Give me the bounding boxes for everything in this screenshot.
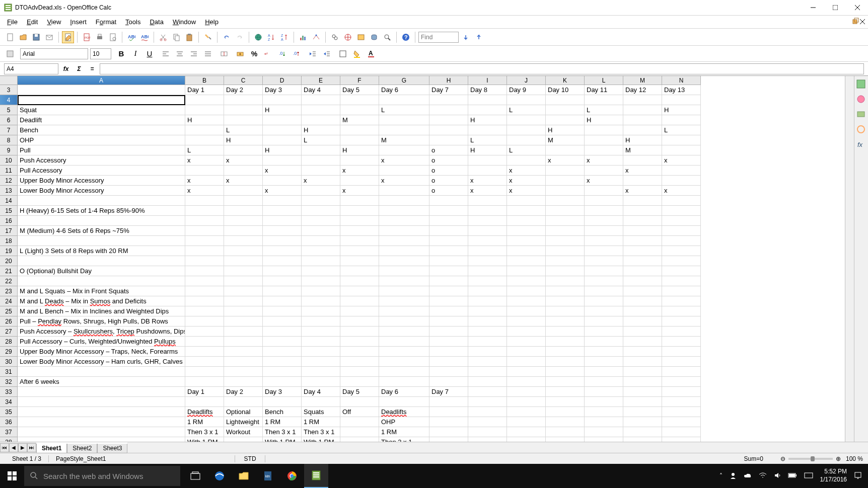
row-header[interactable]: 24 [0, 296, 18, 306]
cell[interactable] [429, 206, 468, 216]
cell[interactable] [546, 256, 585, 266]
print-preview-button[interactable] [107, 31, 119, 43]
cell[interactable] [507, 216, 546, 226]
cell[interactable] [429, 135, 468, 145]
cell[interactable] [18, 276, 185, 286]
sheet-tab[interactable]: Sheet2 [67, 444, 97, 453]
cell[interactable] [379, 226, 429, 236]
cell[interactable] [379, 196, 429, 206]
cell[interactable] [224, 226, 263, 236]
formula-input[interactable] [100, 63, 864, 74]
open-button[interactable] [17, 31, 29, 43]
cell[interactable]: 1 RM [379, 427, 429, 437]
cell[interactable] [662, 387, 701, 397]
find-input[interactable] [418, 32, 459, 43]
cell[interactable]: H [546, 125, 585, 135]
cell[interactable] [18, 417, 185, 427]
cell[interactable] [662, 246, 701, 256]
navigator-button[interactable] [342, 31, 354, 43]
cell[interactable] [623, 306, 662, 316]
cell[interactable] [585, 256, 623, 266]
cell[interactable] [263, 256, 302, 266]
cell[interactable] [546, 397, 585, 407]
cell[interactable] [468, 296, 507, 306]
row-header[interactable]: 30 [0, 357, 18, 367]
cell[interactable] [546, 276, 585, 286]
tray-keyboard-icon[interactable] [804, 472, 813, 480]
cell[interactable] [379, 286, 429, 296]
underline-button[interactable]: U [143, 48, 156, 60]
cell[interactable] [263, 125, 302, 135]
cell[interactable]: x [185, 176, 224, 186]
cell[interactable]: L [379, 105, 429, 115]
cell[interactable] [429, 216, 468, 226]
cell[interactable] [662, 226, 701, 236]
cell[interactable]: M and L Bench – Mix in Inclines and Weig… [18, 306, 185, 316]
row-header[interactable]: 27 [0, 327, 18, 337]
cell[interactable] [623, 256, 662, 266]
cell[interactable] [224, 186, 263, 196]
cell[interactable]: Day 2 [224, 85, 263, 95]
cell[interactable] [379, 216, 429, 226]
column-header-J[interactable]: J [507, 76, 546, 85]
cell[interactable] [263, 155, 302, 166]
cell[interactable] [507, 407, 546, 417]
chart-button[interactable] [297, 31, 309, 43]
cell[interactable] [585, 407, 623, 417]
cell[interactable] [263, 196, 302, 206]
row-header[interactable]: 32 [0, 377, 18, 387]
row-header[interactable]: 17 [0, 226, 18, 236]
cell[interactable] [18, 85, 185, 95]
cell[interactable] [662, 347, 701, 357]
cell[interactable] [623, 357, 662, 367]
cell[interactable]: x [468, 176, 507, 186]
cell[interactable]: Day 6 [379, 85, 429, 95]
gallery-button[interactable] [355, 31, 367, 43]
cell[interactable]: H [585, 115, 623, 125]
cell[interactable] [468, 105, 507, 115]
cell[interactable]: x [585, 155, 623, 166]
cell[interactable]: 1 RM [185, 417, 224, 427]
column-header-M[interactable]: M [623, 76, 662, 85]
delete-decimal-button[interactable]: .0 [291, 48, 303, 60]
cell[interactable] [340, 125, 379, 135]
cell[interactable] [340, 427, 379, 437]
cell[interactable] [662, 296, 701, 306]
cell[interactable] [429, 306, 468, 316]
column-header-D[interactable]: D [263, 76, 302, 85]
cell[interactable]: Day 3 [263, 85, 302, 95]
cell[interactable] [623, 337, 662, 347]
cell[interactable] [185, 256, 224, 266]
cell[interactable] [379, 276, 429, 286]
cell[interactable] [302, 115, 340, 125]
cell[interactable] [340, 327, 379, 337]
cell[interactable]: Deadlifts [379, 407, 429, 417]
cell[interactable]: Lower Body Minor Accessory – Ham curls, … [18, 357, 185, 367]
cell[interactable] [429, 266, 468, 276]
cell[interactable] [379, 206, 429, 216]
cell[interactable] [468, 256, 507, 266]
cell[interactable] [546, 357, 585, 367]
cell[interactable] [662, 377, 701, 387]
cell[interactable] [185, 316, 224, 327]
function-wizard-button[interactable]: fx [60, 63, 71, 74]
cell[interactable]: Push Accessory [18, 155, 185, 166]
cell[interactable] [379, 125, 429, 135]
cell[interactable] [546, 347, 585, 357]
cell[interactable] [507, 236, 546, 246]
cell[interactable] [263, 337, 302, 347]
cell[interactable] [185, 166, 224, 176]
row-header[interactable]: 20 [0, 256, 18, 266]
start-button[interactable] [0, 464, 24, 488]
cell[interactable] [468, 397, 507, 407]
row-header[interactable]: 4 [0, 95, 18, 105]
cell[interactable] [585, 246, 623, 256]
cell[interactable] [585, 125, 623, 135]
cell[interactable]: H [263, 105, 302, 115]
cell[interactable] [429, 357, 468, 367]
cell[interactable] [585, 437, 623, 442]
cell[interactable] [662, 327, 701, 337]
cell[interactable]: Lightweight [224, 417, 263, 427]
cell[interactable] [585, 357, 623, 367]
cell[interactable] [468, 327, 507, 337]
